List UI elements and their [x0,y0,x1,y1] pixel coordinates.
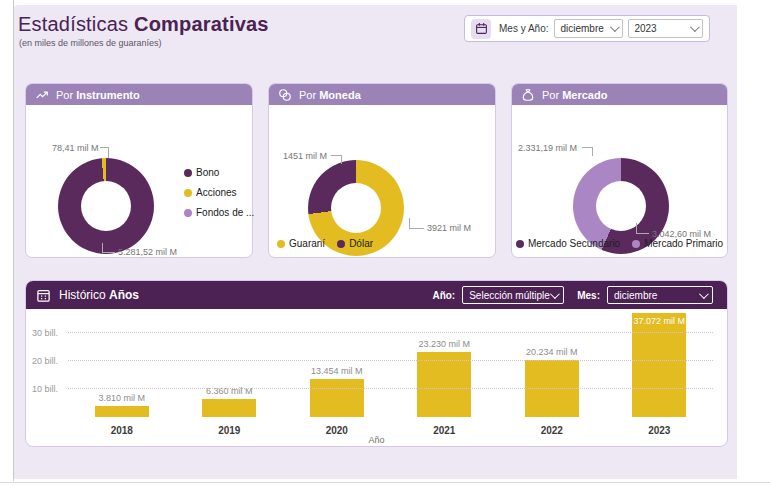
gridline: 20 bill. [68,360,713,361]
bar-value-label: 37.072 mil M [614,316,704,326]
mercado-legend: Mercado SecundarioMercado Primario [512,238,727,249]
bottom-border-line [0,482,770,483]
coins-icon [278,88,292,102]
month-dropdown[interactable]: diciembre [554,19,623,38]
gridline: 30 bill. [68,332,713,333]
legend-label: Mercado Primario [644,238,723,249]
historico-month-dropdown[interactable]: diciembre [607,286,713,304]
month-year-filter: Mes y Año: diciembre 2023 [464,15,710,42]
calendar-grid-icon [36,288,51,303]
dashboard: Estadísticas Comparativas (en miles de m… [0,0,770,485]
chevron-down-icon [699,289,709,299]
bar-2019[interactable]: 6.360 mil M [202,399,256,417]
year-multiselect-dropdown[interactable]: Selección múltiple [462,286,564,304]
year-dropdown-value: 2023 [634,23,656,34]
legend-item[interactable]: Dólar [337,238,373,249]
panel-por-mercado: Por Mercado 2.331,19 mil M 3.042,60 mil … [511,83,728,258]
gridline: 10 bill. [68,388,713,389]
panel-por-moneda: Por Moneda 1451 mil M 3921 mil M Guaraní… [268,83,496,258]
panel-title: Por Moneda [299,89,361,101]
x-axis-title: Año [26,435,727,445]
legend-label: Fondos de ... [196,207,254,218]
legend-item[interactable]: Bono [184,167,254,178]
left-border-line [13,0,14,481]
legend-label: Guaraní [289,238,325,249]
month-dropdown-value: diciembre [560,23,603,34]
instrumento-donut-chart[interactable] [58,158,154,254]
legend-dot-icon [632,240,640,248]
bar-2023[interactable]: 37.072 mil M [632,313,686,417]
bar-2020[interactable]: 13.454 mil M [310,379,364,417]
chevron-down-icon [610,22,620,32]
panel-header: Por Instrumento [26,84,252,105]
year-dropdown[interactable]: 2023 [628,19,703,38]
panel-header: Por Mercado [512,84,727,105]
bar-value-label: 13.454 mil M [292,366,382,376]
callout-line [331,155,342,164]
callout-guarani: 3921 mil M [427,223,471,233]
bar-value-label: 20.234 mil M [507,347,597,357]
legend-item[interactable]: Fondos de ... [184,207,254,218]
bar-chart-plot-area: 3.810 mil M20186.360 mil M201913.454 mil… [68,305,713,417]
bar-column: 20.234 mil M2022 [498,305,606,417]
panel-title: Por Mercado [542,89,607,101]
bar-column: 3.810 mil M2018 [68,305,176,417]
panel-por-instrumento: Por Instrumento 78,41 mil M 5.281,52 mil… [25,83,253,258]
legend-label: Mercado Secundario [528,238,620,249]
trending-chart-icon [35,88,49,102]
bar-column: 6.360 mil M2019 [176,305,284,417]
historico-filters: Año: Selección múltiple Mes: diciembre [432,286,713,304]
legend-item[interactable]: Mercado Secundario [516,238,620,249]
legend-label: Bono [196,167,219,178]
historico-bar-chart: 3.810 mil M20186.360 mil M201913.454 mil… [26,309,727,446]
panel-header: Por Moneda [269,84,495,105]
panel-historico-anos: Histórico Años Año: Selección múltiple M… [25,280,728,447]
bar-column: 13.454 mil M2020 [283,305,391,417]
legend-dot-icon [184,189,192,197]
bar-column: 37.072 mil M2023 [606,305,714,417]
legend-dot-icon [277,240,285,248]
moneda-legend: GuaraníDólar [277,238,373,249]
page-title: Estadísticas Comparativas [18,13,269,36]
historico-title: Histórico Años [59,288,139,302]
legend-item[interactable]: Acciones [184,187,254,198]
year-filter-label: Año: [432,290,455,301]
legend-item[interactable]: Guaraní [277,238,325,249]
page-subtitle: (en miles de millones de guaraníes) [19,38,162,48]
calendar-icon [471,19,491,39]
callout-line [100,147,109,158]
bar-value-label: 23.230 mil M [399,339,489,349]
y-axis-tick-label: 20 bill. [32,356,58,366]
callout-line [102,243,115,253]
chevron-down-icon [690,22,700,32]
legend-item[interactable]: Mercado Primario [632,238,723,249]
bar-2021[interactable]: 23.230 mil M [417,352,471,417]
legend-dot-icon [184,209,192,217]
instrumento-legend: BonoAccionesFondos de ... [184,167,254,218]
legend-label: Acciones [196,187,237,198]
chevron-down-icon [550,289,560,299]
money-bag-icon [521,88,535,102]
year-multiselect-value: Selección múltiple [469,290,550,301]
legend-dot-icon [516,240,524,248]
legend-dot-icon [184,169,192,177]
callout-line [582,147,593,156]
callout-dolar: 1451 mil M [283,151,327,161]
callout-acciones: 78,41 mil M [52,143,99,153]
month-year-filter-label: Mes y Año: [499,23,548,34]
bar-2018[interactable]: 3.810 mil M [95,406,149,417]
callout-line [409,218,424,229]
bar-column: 23.230 mil M2021 [391,305,499,417]
legend-label: Dólar [349,238,373,249]
callout-bono: 5.281,52 mil M [118,247,177,257]
legend-dot-icon [337,240,345,248]
y-axis-tick-label: 10 bill. [32,384,58,394]
historico-month-value: diciembre [614,290,657,301]
y-axis-tick-label: 30 bill. [32,328,58,338]
month-filter-label: Mes: [577,290,600,301]
callout-line [636,223,649,234]
callout-primario: 2.331,19 mil M [518,143,577,153]
panel-title: Por Instrumento [56,89,140,101]
bar-value-label: 3.810 mil M [77,393,167,403]
